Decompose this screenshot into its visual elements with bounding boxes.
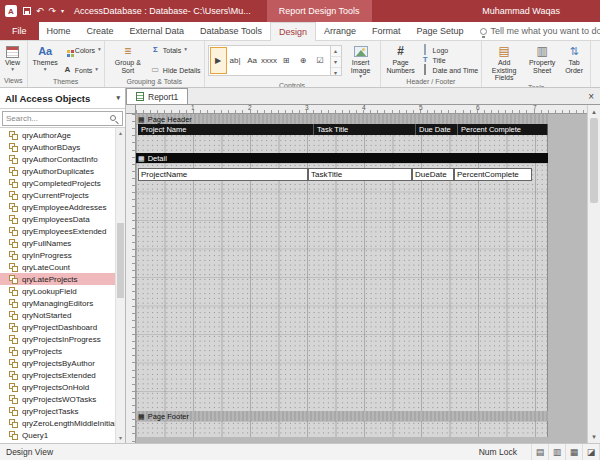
- scroll-down-icon[interactable]: ▾: [588, 430, 600, 443]
- redo-icon[interactable]: ↷: [49, 7, 57, 16]
- nav-item-qrylookupfield[interactable]: qryLookupField: [0, 285, 115, 297]
- nav-item-qryemployeeaddresses[interactable]: qryEmployeeAddresses: [0, 201, 115, 213]
- nav-item-qryprojectsonhold[interactable]: qryProjectsOnHold: [0, 381, 115, 393]
- fonts-button[interactable]: A Fonts ▾: [63, 65, 101, 75]
- nav-item-qryprojectsextended[interactable]: qryProjectsExtended: [0, 369, 115, 381]
- page-header-grid[interactable]: Project NameTask TitleDue DatePercent Co…: [136, 124, 548, 153]
- gallery-more-icon[interactable]: ▾: [331, 68, 341, 78]
- field-percentcomplete[interactable]: PercentComplete: [454, 168, 532, 181]
- hyperlink-icon[interactable]: ⊕: [295, 47, 312, 74]
- save-icon[interactable]: [23, 7, 31, 15]
- tab-control-icon[interactable]: ⊞: [278, 47, 295, 74]
- nav-item-qryauthorbdays[interactable]: qryAuthorBDays: [0, 141, 115, 153]
- scroll-up-icon[interactable]: ▴: [116, 128, 125, 138]
- select-pointer-icon[interactable]: ▶: [210, 47, 227, 74]
- hide-details-button[interactable]: ▭ Hide Details: [151, 65, 201, 75]
- nav-item-qrycompletedprojects[interactable]: qryCompletedProjects: [0, 177, 115, 189]
- report-canvas[interactable]: ▦ Page Header Project NameTask TitleDue …: [136, 114, 548, 443]
- document-tab-report1[interactable]: Report1: [126, 88, 188, 104]
- tab-order-button[interactable]: ⇅ Tab Order: [561, 43, 587, 75]
- nav-item-qryauthorcontactinfo[interactable]: qryAuthorContactInfo: [0, 153, 115, 165]
- nav-item-qryinprogress[interactable]: qryInProgress: [0, 249, 115, 261]
- tab-database-tools[interactable]: Database Tools: [192, 22, 270, 40]
- nav-item-qryzerolengthmiddleinitial[interactable]: qryZeroLengthMiddleInitial: [0, 417, 115, 429]
- scrollbar-thumb[interactable]: [590, 118, 598, 203]
- tab-create[interactable]: Create: [79, 22, 122, 40]
- property-sheet-button[interactable]: ▥ Property Sheet: [526, 43, 558, 75]
- page-footer-section-bar[interactable]: ▦ Page Footer: [136, 411, 548, 421]
- tab-format[interactable]: Format: [364, 22, 409, 40]
- undo-icon[interactable]: ↶: [36, 7, 44, 16]
- title-button[interactable]: T Title: [421, 55, 479, 65]
- field-duedate[interactable]: DueDate: [412, 168, 454, 181]
- scroll-down-icon[interactable]: ▾: [116, 433, 125, 443]
- header-label-project-name[interactable]: Project Name: [138, 124, 314, 135]
- gallery-scroll-up-icon[interactable]: ▴: [331, 46, 341, 57]
- logo-button[interactable]: Logo: [421, 45, 479, 55]
- page-footer-grid[interactable]: [136, 421, 548, 437]
- field-projectname[interactable]: ProjectName: [138, 168, 308, 181]
- header-label-percent-complete[interactable]: Percent Complete: [458, 124, 548, 135]
- nav-item-qryprojectswotasks[interactable]: qryProjectsWOTasks: [0, 393, 115, 405]
- add-existing-fields-button[interactable]: ▤ Add Existing Fields: [485, 43, 523, 83]
- gallery-scroll-down-icon[interactable]: ▾: [331, 57, 341, 68]
- view-button[interactable]: View ▾: [3, 43, 22, 73]
- tab-external-data[interactable]: External Data: [122, 22, 193, 40]
- nav-item-qrymanagingeditors[interactable]: qryManagingEditors: [0, 297, 115, 309]
- check-box-icon[interactable]: ☑: [312, 47, 329, 74]
- group-sort-button[interactable]: ≡ Group & Sort: [108, 43, 148, 75]
- ruler-origin[interactable]: [126, 105, 136, 114]
- nav-item-qrycurrentprojects[interactable]: qryCurrentProjects: [0, 189, 115, 201]
- colors-button[interactable]: Colors ▾: [63, 45, 101, 55]
- detail-section-bar[interactable]: ▦ Detail: [136, 153, 548, 163]
- tab-tell-me-what-you-want-to-do[interactable]: Tell me what you want to do: [472, 22, 600, 40]
- nav-item-qryprojectdashboard[interactable]: qryProjectDashboard: [0, 321, 115, 333]
- nav-item-qryprojecttasks[interactable]: qryProjectTasks: [0, 405, 115, 417]
- nav-item-qryprojectsinprogress[interactable]: qryProjectsInProgress: [0, 333, 115, 345]
- tab-page-setup[interactable]: Page Setup: [409, 22, 472, 40]
- nav-item-qryprojectsbyauthor[interactable]: qryProjectsByAuthor: [0, 357, 115, 369]
- nav-item-qrynotstarted[interactable]: qryNotStarted: [0, 309, 115, 321]
- layout-view-button[interactable]: ▦: [566, 444, 583, 460]
- nav-item-qrylateprojects[interactable]: qryLateProjects: [0, 273, 115, 285]
- insert-image-button[interactable]: Insert Image ▾: [345, 43, 377, 81]
- nav-pane-header[interactable]: All Access Objects ▾: [0, 88, 125, 109]
- vertical-scrollbar[interactable]: ▴ ▾: [587, 105, 600, 443]
- search-input[interactable]: Search...: [2, 111, 123, 126]
- text-box-icon[interactable]: ab|: [227, 47, 244, 74]
- chevron-down-icon[interactable]: ▾: [116, 94, 120, 102]
- tab-design[interactable]: Design: [270, 22, 316, 41]
- nav-scrollbar[interactable]: ▴ ▾: [115, 128, 125, 443]
- header-label-task-title[interactable]: Task Title: [314, 124, 416, 135]
- nav-item-qryemployeesextended[interactable]: qryEmployeesExtended: [0, 225, 115, 237]
- nav-item-qrylatecount[interactable]: qryLateCount: [0, 261, 115, 273]
- nav-item-query1[interactable]: Query1: [0, 429, 115, 441]
- header-label-due-date[interactable]: Due Date: [416, 124, 458, 135]
- nav-item-qryauthorage[interactable]: qryAuthorAge: [0, 129, 115, 141]
- label-icon[interactable]: Aa: [244, 47, 261, 74]
- tab-file[interactable]: File: [0, 22, 39, 40]
- qat-dropdown-icon[interactable]: ▾: [61, 8, 64, 14]
- nav-item-qryauthorduplicates[interactable]: qryAuthorDuplicates: [0, 165, 115, 177]
- command-button-icon[interactable]: xxxx: [261, 47, 278, 74]
- nav-scrollbar-thumb[interactable]: [117, 223, 124, 298]
- design-view-button[interactable]: ◪: [583, 444, 600, 460]
- page-header-section-bar[interactable]: ▦ Page Header: [136, 114, 548, 124]
- nav-item-qryfullnames[interactable]: qryFullNames: [0, 237, 115, 249]
- field-tasktitle[interactable]: TaskTitle: [308, 168, 412, 181]
- date-time-button[interactable]: Date and Time: [421, 65, 479, 75]
- page-numbers-button[interactable]: # Page Numbers: [384, 43, 418, 75]
- scroll-up-icon[interactable]: ▴: [588, 105, 600, 118]
- totals-button[interactable]: Σ Totals ▾: [151, 45, 201, 55]
- scrollbar-track[interactable]: [588, 203, 600, 430]
- themes-button[interactable]: Aa Themes ▾: [31, 43, 60, 73]
- nav-item-qryemployeesdata[interactable]: qryEmployeesData: [0, 213, 115, 225]
- horizontal-ruler[interactable]: 1234567: [136, 105, 587, 114]
- vertical-ruler[interactable]: [126, 114, 136, 443]
- tab-home[interactable]: Home: [39, 22, 79, 40]
- nav-item-qryprojects[interactable]: qryProjects: [0, 345, 115, 357]
- close-document-icon[interactable]: ×: [582, 91, 600, 102]
- report-view-button[interactable]: ▤: [532, 444, 549, 460]
- tab-arrange[interactable]: Arrange: [316, 22, 364, 40]
- detail-grid[interactable]: ProjectNameTaskTitleDueDatePercentComple…: [136, 163, 548, 411]
